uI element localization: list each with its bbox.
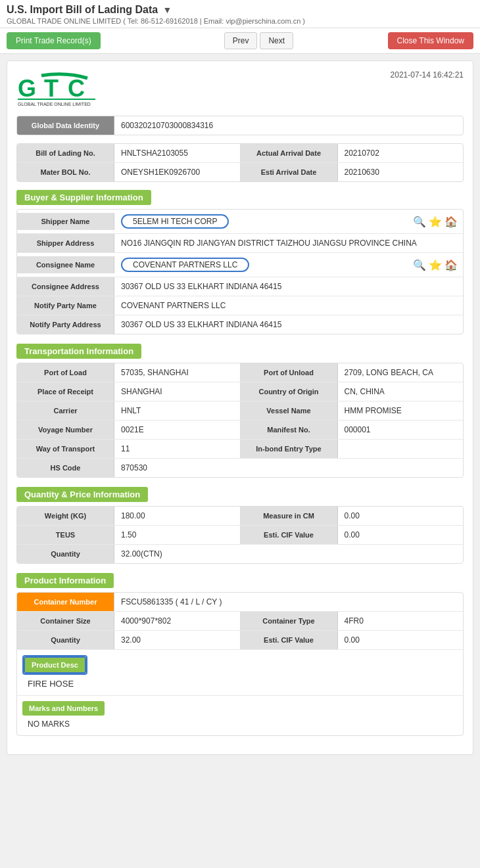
shipper-name-value-cell: 5ELEM HI TECH CORP [114, 210, 413, 233]
place-of-receipt-label: Place of Receipt [17, 382, 114, 401]
qp-col-right-2: Esti. CIF Value 0.00 [241, 526, 464, 544]
qp-col-left-2: TEUS 1.50 [17, 526, 241, 544]
quantity-price-card: Weight (KG) 180.00 Measure in CM 0.00 TE… [16, 506, 464, 564]
product-desc-section: Product Desc FIRE HOSE [17, 650, 463, 696]
product-esti-cif-label: Esti. CIF Value [241, 631, 338, 649]
carrier-value: HNLT [114, 401, 240, 420]
voyage-number-value: 0021E [114, 421, 240, 439]
quantity-price-header: Quantity & Price Information [16, 487, 464, 502]
next-button[interactable]: Next [260, 32, 293, 49]
top-bar: U.S. Import Bill of Lading Data ▼ GLOBAL… [0, 0, 480, 28]
qp-col-left-1: Weight (KG) 180.00 [17, 507, 241, 525]
container-number-row: Container Number FSCU5861335 ( 41 / L / … [17, 593, 463, 612]
product-card: Container Number FSCU5861335 ( 41 / L / … [16, 592, 464, 736]
place-of-receipt-value: SHANGHAI [114, 382, 240, 401]
actual-arrival-value: 20210702 [338, 144, 464, 162]
bol-col-left-1: Bill of Lading No. HNLTSHA2103055 [17, 144, 241, 162]
consignee-name-value-cell: COVENANT PARTNERS LLC [114, 253, 413, 277]
port-of-load-label: Port of Load [17, 363, 114, 382]
measure-value: 0.00 [338, 507, 464, 525]
dropdown-arrow[interactable]: ▼ [163, 5, 172, 15]
qp-row-1: Weight (KG) 180.00 Measure in CM 0.00 [17, 507, 463, 526]
prev-button[interactable]: Prev [224, 32, 258, 49]
bol-card: Bill of Lading No. HNLTSHA2103055 Actual… [16, 143, 464, 182]
port-of-load-value: 57035, SHANGHAI [114, 363, 240, 382]
timestamp: 2021-07-14 16:42:21 [391, 70, 464, 80]
in-bond-entry-type-value [338, 440, 464, 458]
global-data-identity-label: Global Data Identity [17, 116, 114, 135]
consignee-name-value: COVENANT PARTNERS LLC [121, 258, 249, 272]
transport-col-left-3: Carrier HNLT [17, 401, 241, 420]
hs-code-label: HS Code [17, 459, 114, 477]
teus-label: TEUS [17, 526, 114, 544]
product-col-left-2: Container Size 4000*907*802 [17, 612, 241, 630]
quantity-price-title: Quantity & Price Information [16, 487, 148, 502]
buyer-supplier-card: Shipper Name 5ELEM HI TECH CORP 🔍 ⭐ 🏠 Sh… [16, 209, 464, 334]
identity-card: Global Data Identity 6003202107030008343… [16, 116, 464, 135]
shipper-name-row: Shipper Name 5ELEM HI TECH CORP 🔍 ⭐ 🏠 [17, 210, 463, 234]
esti-cif-value: 0.00 [338, 526, 464, 544]
svg-text:T: T [44, 75, 59, 102]
transport-col-right-5: In-bond Entry Type [241, 440, 464, 458]
product-col-left-3: Quantity 32.00 [17, 631, 241, 649]
buyer-supplier-section: Buyer & Supplier Information Shipper Nam… [16, 190, 464, 334]
transport-col-right-3: Vessel Name HMM PROMISE [241, 401, 464, 420]
consignee-search-icon[interactable]: 🔍 [413, 259, 426, 271]
master-bol-label: Mater BOL No. [17, 163, 114, 181]
buyer-supplier-header: Buyer & Supplier Information [16, 190, 464, 205]
teus-value: 1.50 [114, 526, 240, 544]
qp-col-right-1: Measure in CM 0.00 [241, 507, 464, 525]
weight-label: Weight (KG) [17, 507, 114, 525]
marks-value: NO MARKS [22, 716, 458, 733]
vessel-name-label: Vessel Name [241, 401, 338, 420]
page-title: U.S. Import Bill of Lading Data [7, 4, 158, 15]
identity-row: Global Data Identity 6003202107030008343… [17, 116, 463, 135]
voyage-number-label: Voyage Number [17, 421, 114, 439]
product-section: Product Information Container Number FSC… [16, 573, 464, 736]
shipper-home-icon[interactable]: 🏠 [444, 216, 458, 228]
main-content: G T C GLOBAL TRADE ONLINE LIMITED 2021-0… [7, 60, 473, 755]
bol-col-left-2: Mater BOL No. ONEYSH1EK0926700 [17, 163, 241, 181]
close-button[interactable]: Close This Window [388, 32, 473, 49]
consignee-home-icon[interactable]: 🏠 [444, 259, 458, 271]
notify-party-address-row: Notify Party Address 30367 OLD US 33 ELK… [17, 315, 463, 334]
esti-cif-label: Esti. CIF Value [241, 526, 338, 544]
transport-row-5: Way of Transport 11 In-bond Entry Type [17, 440, 463, 459]
container-size-label: Container Size [17, 612, 114, 630]
shipper-search-icon[interactable]: 🔍 [413, 216, 426, 228]
product-col-right-2: Container Type 4FR0 [241, 612, 464, 630]
bol-col-right-1: Actual Arrival Date 20210702 [241, 144, 464, 162]
transport-col-right-1: Port of Unload 2709, LONG BEACH, CA [241, 363, 464, 382]
consignee-name-row: Consignee Name COVENANT PARTNERS LLC 🔍 ⭐… [17, 253, 463, 277]
transport-col-right-2: Country of Origin CN, CHINA [241, 382, 464, 401]
country-of-origin-value: CN, CHINA [338, 382, 464, 401]
consignee-address-value: 30367 OLD US 33 ELKHART INDIANA 46415 [114, 277, 463, 296]
quantity-price-section: Quantity & Price Information Weight (KG)… [16, 487, 464, 564]
way-of-transport-value: 11 [114, 440, 240, 458]
product-quantity-value: 32.00 [114, 631, 240, 649]
consignee-icons: 🔍 ⭐ 🏠 [413, 259, 463, 271]
consignee-address-label: Consignee Address [17, 277, 114, 296]
manifest-no-value: 000001 [338, 421, 464, 439]
print-button[interactable]: Print Trade Record(s) [7, 32, 101, 49]
weight-value: 180.00 [114, 507, 240, 525]
port-of-unload-label: Port of Unload [241, 363, 338, 382]
container-type-value: 4FR0 [338, 612, 464, 630]
consignee-star-icon[interactable]: ⭐ [429, 259, 442, 271]
hs-code-value: 870530 [114, 459, 463, 477]
toolbar: Print Trade Record(s) Prev Next Close Th… [0, 28, 480, 54]
subtitle: GLOBAL TRADE ONLINE LIMITED ( Tel: 86-51… [7, 17, 473, 25]
product-col-right-3: Esti. CIF Value 0.00 [241, 631, 464, 649]
header-row: G T C GLOBAL TRADE ONLINE LIMITED 2021-0… [16, 70, 464, 106]
product-quantity-label: Quantity [17, 631, 114, 649]
way-of-transport-label: Way of Transport [17, 440, 114, 458]
esti-arrival-value: 20210630 [338, 163, 464, 181]
logo: G T C GLOBAL TRADE ONLINE LIMITED [16, 70, 102, 106]
measure-label: Measure in CM [241, 507, 338, 525]
transport-row-4: Voyage Number 0021E Manifest No. 000001 [17, 421, 463, 440]
svg-text:G: G [18, 75, 36, 102]
shipper-star-icon[interactable]: ⭐ [429, 216, 442, 228]
bol-row-1: Bill of Lading No. HNLTSHA2103055 Actual… [17, 144, 463, 163]
shipper-name-label: Shipper Name [17, 213, 114, 230]
shipper-address-label: Shipper Address [17, 234, 114, 252]
